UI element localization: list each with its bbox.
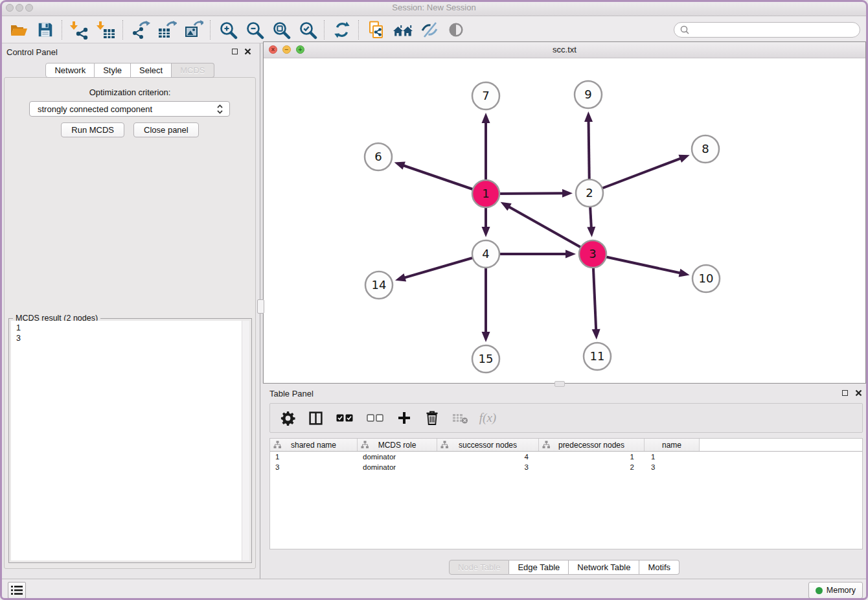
delete-column-icon[interactable] [424,408,440,428]
float-table-panel-icon[interactable] [842,390,848,396]
toolbar-separator [62,20,63,40]
graph-node-label: 15 [479,352,494,365]
graph-edge-3-1[interactable] [508,207,593,254]
column-header-successor-nodes[interactable]: successor nodes [437,439,539,451]
tab-style[interactable]: Style [95,63,131,78]
function-builder-disabled-icon: f(x) [479,408,496,428]
column-hierarchy-icon [273,441,282,451]
column-header-label: shared name [291,441,336,450]
optimization-criterion-label: Optimization criterion: [5,87,255,97]
select-all-checkboxes-icon[interactable] [335,408,354,428]
table-row[interactable]: 3dominator323 [270,462,862,472]
vizmap-eye-slash-icon[interactable] [416,18,442,41]
application-window: Session: New Session [0,0,868,600]
table-body: 1dominator4113dominator323 [270,452,862,472]
column-header-MCDS-role[interactable]: MCDS role [358,439,437,451]
graph-node-label: 8 [702,142,709,156]
table-toolbar: f(x) [269,403,863,433]
zoom-in-icon[interactable] [214,18,241,41]
network-window-titlebar[interactable]: × − + scc.txt [264,42,865,58]
network-canvas[interactable]: 7968124314101511 [264,58,865,383]
column-header-name[interactable]: name [645,439,700,451]
table-cell[interactable]: dominator [358,462,437,472]
table-cell[interactable]: 4 [437,452,539,462]
result-scrollbar[interactable] [242,321,249,560]
graph-edge-2-8[interactable] [589,158,681,193]
table-tab-network-table[interactable]: Network Table [569,560,639,575]
table-tab-node-table[interactable]: Node Table [449,560,510,575]
column-hierarchy-icon [440,441,449,451]
task-history-button[interactable] [8,582,26,599]
zoom-out-icon[interactable] [241,18,268,41]
table-panel: Table Panel f(x) [260,384,868,579]
table-cell[interactable]: 3 [645,462,700,472]
run-mcds-button[interactable]: Run MCDS [61,122,124,137]
graph-edge-arrowhead [482,113,490,123]
eye-disabled-icon[interactable] [442,18,469,41]
status-bar: Memory [0,579,868,600]
control-panel: Control Panel NetworkStyleSelectMCDS Opt… [0,43,260,579]
splitter-handle-vertical[interactable] [257,299,264,314]
column-header-predecessor-nodes[interactable]: predecessor nodes [539,439,645,451]
node-table[interactable]: shared nameMCDS rolesuccessor nodesprede… [269,438,863,549]
graph-edge-arrowhead [584,111,593,122]
column-hierarchy-icon [361,441,369,451]
add-column-icon[interactable] [396,408,413,428]
graph-node-label: 2 [586,186,593,200]
float-panel-icon[interactable] [232,49,238,54]
splitter-handle-horizontal[interactable] [554,381,565,387]
graph-node-label: 14 [372,278,387,292]
criterion-selected-value: strongly connected component [30,104,217,114]
table-cell[interactable]: dominator [358,452,437,462]
table-cell[interactable]: 3 [437,462,539,472]
network-graph: 7968124314101511 [264,58,865,384]
save-session-icon[interactable] [32,18,58,41]
deselect-all-checkboxes-icon[interactable] [365,408,385,428]
network-window-title: scc.txt [264,45,865,54]
close-table-panel-icon[interactable] [855,389,862,397]
column-header-label: predecessor nodes [558,441,624,450]
memory-button[interactable]: Memory [808,582,863,599]
toolbar-separator [324,20,325,40]
column-header-shared-name[interactable]: shared name [270,439,358,451]
close-panel-icon[interactable] [244,48,251,55]
mcds-tab-content: Optimization criterion: strongly connect… [4,77,256,569]
table-tabs: Node TableEdge TableNetwork TableMotifs [260,560,868,575]
table-cell[interactable]: 1 [270,452,358,462]
zoom-selected-icon[interactable] [294,18,321,41]
mcds-result-list[interactable]: 1 3 [11,321,249,560]
tab-mcds[interactable]: MCDS [172,63,214,78]
search-input[interactable] [690,25,848,35]
import-table-icon[interactable] [93,18,119,41]
graph-edge-arrowhead [394,161,405,169]
close-panel-button[interactable]: Close panel [133,122,199,137]
import-network-icon[interactable] [66,18,93,41]
table-settings-gear-icon[interactable] [279,408,296,428]
table-cell[interactable]: 2 [539,462,645,472]
window-title: Session: New Session [0,3,868,12]
table-row[interactable]: 1dominator411 [270,452,862,462]
tab-network[interactable]: Network [45,63,95,78]
search-box[interactable] [674,22,860,38]
tab-select[interactable]: Select [131,63,172,78]
copy-network-icon[interactable] [363,18,389,41]
open-folder-icon[interactable] [5,18,32,41]
criterion-select[interactable]: strongly connected component [29,101,230,117]
table-tab-edge-table[interactable]: Edge Table [509,560,569,575]
export-image-icon[interactable] [180,18,207,41]
select-stepper-icon [217,104,223,114]
zoom-fit-icon[interactable] [268,18,294,41]
export-network-icon[interactable] [127,18,154,41]
graph-node-label: 1 [482,187,489,200]
refresh-layout-icon[interactable] [328,18,355,41]
delete-table-disabled-icon [451,408,468,428]
table-cell[interactable]: 1 [539,452,645,462]
export-table-icon[interactable] [154,18,180,41]
titlebar: Session: New Session [0,0,868,16]
table-tab-motifs[interactable]: Motifs [639,560,680,575]
table-cell[interactable]: 1 [645,452,700,462]
homes-icon[interactable] [389,18,416,41]
table-header-row: shared nameMCDS rolesuccessor nodesprede… [270,439,862,452]
table-cell[interactable]: 3 [270,462,358,472]
column-layout-icon[interactable] [307,408,324,428]
